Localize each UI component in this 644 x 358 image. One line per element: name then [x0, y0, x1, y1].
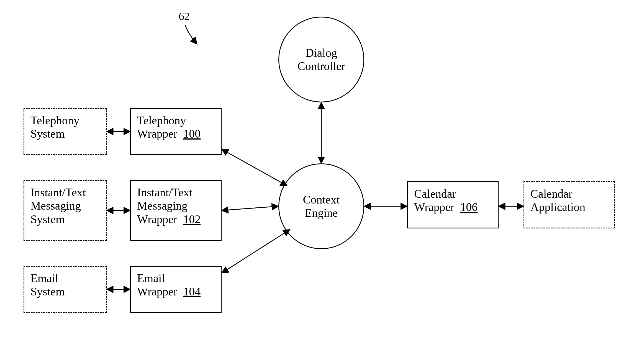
node-context-engine: Context Engine — [278, 163, 364, 249]
messaging-wrapper-ref: 102 — [183, 213, 201, 226]
email-wrapper-text: Email Wrapper — [137, 272, 177, 298]
figure-pointer-arrow — [185, 25, 197, 44]
calendar-wrapper-text: Calendar Wrapper — [414, 187, 456, 213]
email-wrapper-ref: 104 — [183, 285, 201, 298]
connector-emailwrap-context — [222, 230, 289, 273]
connector-msgwrap-context — [222, 206, 278, 210]
email-system-label: Email System — [30, 272, 100, 298]
node-email-system: Email System — [24, 266, 107, 313]
node-messaging-wrapper: Instant/Text Messaging Wrapper 102 — [130, 180, 222, 241]
messaging-system-label: Instant/Text Messaging System — [30, 186, 100, 226]
telephony-wrapper-ref: 100 — [183, 127, 201, 140]
node-calendar-application: Calendar Application — [524, 181, 615, 228]
calendar-wrapper-ref: 106 — [460, 201, 478, 213]
dialog-controller-label: Dialog Controller — [297, 46, 345, 73]
node-messaging-system: Instant/Text Messaging System — [24, 180, 107, 241]
node-telephony-wrapper: Telephony Wrapper 100 — [130, 108, 222, 155]
node-dialog-controller: Dialog Controller — [278, 17, 364, 102]
connector-telwrap-context — [222, 150, 287, 186]
context-engine-label: Context Engine — [303, 193, 340, 220]
node-email-wrapper: Email Wrapper 104 — [130, 266, 222, 313]
calendar-application-label: Calendar Application — [530, 187, 608, 214]
figure-reference-text: 62 — [179, 10, 190, 22]
figure-reference-label: 62 — [179, 10, 190, 23]
node-calendar-wrapper: Calendar Wrapper 106 — [407, 181, 499, 228]
node-telephony-system: Telephony System — [24, 108, 107, 155]
diagram-stage: 62 Dialog Controller Context Engine Tele… — [0, 0, 644, 358]
telephony-system-label: Telephony System — [30, 114, 100, 141]
telephony-wrapper-text: Telephony Wrapper — [137, 114, 186, 140]
